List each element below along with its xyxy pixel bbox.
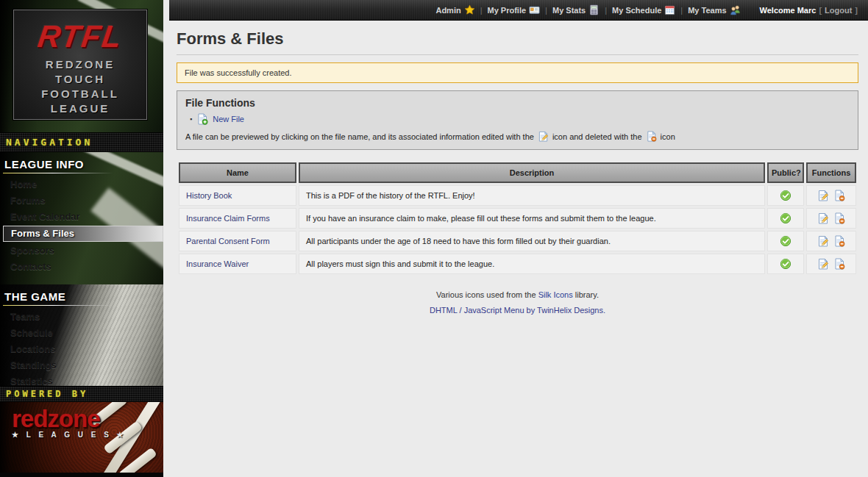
- topbar-item-label: Admin: [435, 6, 460, 15]
- name-cell: Insurance Waiver: [179, 254, 296, 274]
- page-edit-icon[interactable]: [817, 212, 829, 224]
- calendar-icon: [664, 4, 675, 15]
- hint-text: icon and deleted with the: [552, 132, 642, 141]
- sidebar-bottom-strip: [0, 473, 163, 477]
- sidebar-item-home[interactable]: Home: [3, 176, 163, 193]
- page-delete-icon[interactable]: [833, 235, 845, 247]
- sidebar-item-statistics[interactable]: Statistics: [3, 373, 163, 386]
- topbar: Admin|My Profile|My Stats|My Schedule|My…: [169, 0, 868, 21]
- sidebar-the-game-block: THE GAMETeamsScheduleLocationsStandingsS…: [0, 284, 163, 386]
- accept-icon: [780, 235, 791, 247]
- files-table: NameDescriptionPublic?Functions History …: [177, 160, 858, 276]
- logo-line: FOOTBALL: [14, 87, 146, 101]
- table-row: Insurance Claim FormsIf you have an insu…: [179, 208, 856, 229]
- sidebar: RTFL REDZONETOUCHFOOTBALLLEAGUE NAVIGATI…: [0, 0, 163, 477]
- topbar-item-label: My Teams: [688, 6, 726, 15]
- section-rule: [3, 173, 113, 173]
- file-name-link[interactable]: Insurance Waiver: [186, 259, 249, 268]
- topbar-item-my-profile[interactable]: My Profile: [488, 4, 541, 15]
- page-edit-icon: [538, 131, 549, 142]
- topbar-item-my-stats[interactable]: My Stats: [552, 4, 600, 15]
- sidebar-item-sponsors[interactable]: Sponsors: [3, 243, 163, 259]
- file-name-link[interactable]: History Book: [186, 191, 232, 200]
- logo-line: TOUCH: [14, 72, 146, 87]
- page-edit-icon[interactable]: [817, 235, 829, 247]
- sidebar-bottom-photo: redzone ★ L E A G U E S ★: [0, 402, 163, 477]
- sidebar-league-info-block: LEAGUE INFOHomeForumsEvent CalendarForms…: [0, 152, 163, 284]
- sidebar-item-contacts[interactable]: Contacts: [3, 259, 163, 275]
- file-name-link[interactable]: Insurance Claim Forms: [186, 214, 270, 223]
- page-delete-icon[interactable]: [833, 258, 845, 270]
- topbar-item-my-schedule[interactable]: My Schedule: [612, 4, 675, 15]
- credit-text: Various icons used from the: [436, 290, 536, 299]
- vcard-icon: [529, 4, 540, 15]
- sidebar-top-photo: RTFL REDZONETOUCHFOOTBALLLEAGUE: [0, 0, 163, 132]
- column-header-public: Public?: [767, 162, 804, 183]
- page: RTFL REDZONETOUCHFOOTBALLLEAGUE NAVIGATI…: [0, 0, 868, 477]
- topbar-item-label: My Stats: [552, 6, 586, 15]
- twinhelix-link[interactable]: DHTML / JavaScript Menu by TwinHelix Des…: [430, 306, 605, 315]
- accept-icon: [780, 258, 791, 270]
- icons-credit-line: Various icons used from the Silk Icons l…: [177, 290, 858, 299]
- page-delete-icon[interactable]: [833, 212, 845, 224]
- description-cell: If you have an insurance claim to make, …: [299, 208, 765, 229]
- hint-text: A file can be previewed by clicking on t…: [185, 132, 534, 141]
- column-header-name: Name: [179, 162, 296, 183]
- table-row: History BookThis is a PDF of the history…: [179, 185, 856, 206]
- menu-credit-line: DHTML / JavaScript Menu by TwinHelix Des…: [177, 306, 858, 315]
- silk-icons-link[interactable]: Silk Icons: [538, 290, 573, 299]
- functions-cell: [806, 231, 856, 251]
- sidebar-item-standings[interactable]: Standings: [3, 357, 163, 373]
- group-icon: [730, 4, 741, 15]
- sidebar-item-schedule[interactable]: Schedule: [3, 325, 163, 341]
- public-cell: [767, 254, 804, 274]
- logo-line: REDZONE: [14, 57, 146, 72]
- sidebar-item-forums[interactable]: Forums: [3, 193, 163, 209]
- name-cell: History Book: [179, 185, 296, 206]
- description-cell: This is a PDF of the history of the RTFL…: [299, 185, 765, 206]
- sidebar-item-event-calendar[interactable]: Event Calendar: [3, 209, 163, 225]
- page-delete-icon[interactable]: [833, 190, 845, 201]
- logo-wordmark: REDZONETOUCHFOOTBALLLEAGUE: [14, 57, 146, 116]
- topbar-separator: |: [480, 6, 483, 15]
- topbar-item-my-teams[interactable]: My Teams: [688, 4, 740, 15]
- file-functions-hint: A file can be previewed by clicking on t…: [185, 131, 850, 142]
- redzone-leagues-logo: redzone ★ L E A G U E S ★: [12, 408, 127, 439]
- topbar-nav: Admin|My Profile|My Stats|My Schedule|My…: [435, 4, 740, 15]
- logout-bracket: ]: [855, 6, 858, 15]
- hint-text: icon: [661, 132, 675, 141]
- navigation-strip: NAVIGATION: [0, 132, 163, 152]
- sidebar-item-teams[interactable]: Teams: [3, 309, 163, 325]
- page-edit-icon[interactable]: [817, 190, 829, 201]
- star-icon: [464, 4, 475, 15]
- accept-icon: [780, 212, 791, 224]
- topbar-item-label: My Profile: [488, 6, 527, 15]
- table-row: Parental Consent FormAll participants un…: [179, 231, 856, 251]
- powered-by-label: POWERED BY: [6, 389, 88, 399]
- sidebar-item-forms-files[interactable]: Forms & Files: [3, 226, 163, 242]
- page-edit-icon[interactable]: [817, 258, 829, 270]
- sidebar-item-locations[interactable]: Locations: [3, 341, 163, 357]
- sidebar-section-title: THE GAME: [3, 290, 163, 303]
- page-title: Forms & Files: [177, 29, 858, 55]
- calculator-icon: [588, 4, 600, 15]
- file-name-link[interactable]: Parental Consent Form: [186, 237, 270, 245]
- redzone-logo-sub: ★ L E A G U E S ★: [12, 431, 127, 439]
- table-header-row: NameDescriptionPublic?Functions: [179, 162, 856, 183]
- bullet: ▪: [190, 115, 192, 123]
- file-functions-panel: File Functions ▪ New File A file can be …: [177, 90, 858, 150]
- name-cell: Parental Consent Form: [179, 231, 296, 251]
- logo-acronym: RTFL: [12, 19, 149, 54]
- topbar-item-admin[interactable]: Admin: [435, 4, 474, 15]
- name-cell: Insurance Claim Forms: [179, 208, 296, 229]
- content: Forms & Files File was successfully crea…: [169, 29, 868, 315]
- logout-link[interactable]: Logout: [825, 6, 852, 15]
- new-file-link[interactable]: New File: [213, 115, 244, 123]
- file-functions-title: File Functions: [185, 97, 850, 109]
- description-cell: All participants under the age of 18 nee…: [299, 231, 765, 251]
- column-header-functions: Functions: [806, 162, 856, 183]
- public-cell: [767, 231, 804, 251]
- topbar-user-area: Welcome Marc [ Logout ]: [760, 6, 861, 15]
- column-header-description: Description: [299, 162, 765, 183]
- accept-icon: [780, 190, 791, 201]
